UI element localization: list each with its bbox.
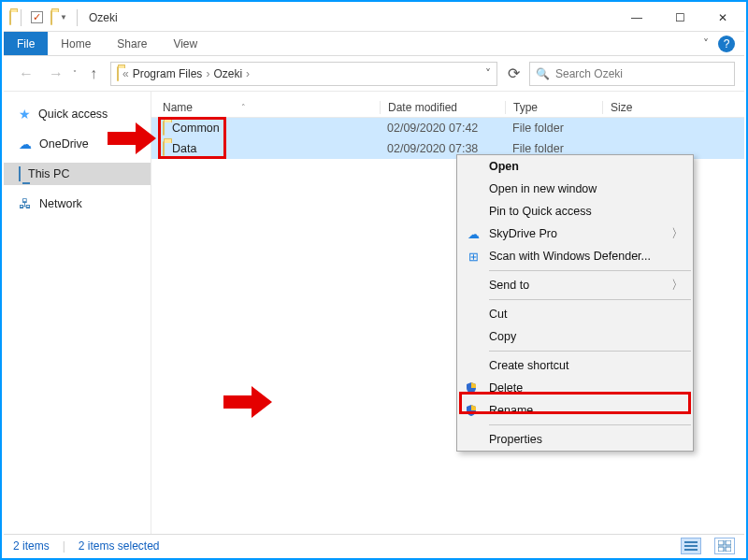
ctx-separator [489, 270, 691, 271]
monitor-icon [19, 167, 21, 180]
svg-rect-6 [726, 547, 731, 552]
shield-icon [465, 404, 478, 417]
ribbon-expand-icon[interactable]: ˅ [703, 37, 709, 50]
file-type: File folder [505, 142, 602, 155]
status-selected-count: 2 items selected [79, 539, 160, 553]
folder-icon [163, 142, 165, 155]
ctx-pin-quickaccess[interactable]: Pin to Quick access [457, 200, 693, 223]
maximize-button[interactable]: ☐ [658, 4, 701, 32]
qat-properties-icon[interactable]: ✓ [31, 11, 43, 23]
tab-home[interactable]: Home [48, 32, 104, 55]
status-bar: 2 items | 2 items selected [4, 534, 744, 556]
qat-customize-icon[interactable]: ▼ [60, 13, 67, 22]
file-type: File folder [505, 122, 602, 135]
column-label: Name [163, 101, 193, 114]
cloud-icon: ☁ [465, 225, 482, 242]
ctx-cut[interactable]: Cut [457, 303, 693, 325]
close-button[interactable]: ✕ [701, 4, 744, 32]
ctx-label: Rename [489, 404, 533, 417]
minimize-button[interactable]: — [615, 4, 658, 32]
qat-separator [21, 9, 22, 26]
chevron-right-icon: 〉 [671, 278, 683, 294]
search-icon: 🔍 [536, 67, 550, 80]
breadcrumb-item[interactable]: Ozeki [213, 67, 242, 80]
cloud-icon: ☁ [19, 136, 32, 151]
ctx-label: Send to [489, 279, 529, 292]
svg-rect-1 [684, 545, 698, 547]
qat-separator-2 [77, 9, 78, 26]
address-bar-row: ← → ˅ ↑ « Program Files › Ozeki › ˅ ⟳ 🔍 … [4, 56, 744, 92]
address-dropdown-icon[interactable]: ˅ [485, 67, 491, 80]
file-list: Name ˄ Date modified Type Size Common 02… [151, 92, 744, 534]
tab-view[interactable]: View [160, 32, 210, 55]
ctx-separator [489, 299, 691, 300]
ctx-separator [489, 424, 691, 425]
drive-icon [117, 67, 119, 80]
breadcrumb-item[interactable]: Program Files [133, 67, 203, 80]
table-row[interactable]: Common 02/09/2020 07:42 File folder [151, 118, 744, 138]
folder-icon [163, 122, 165, 135]
ctx-separator [489, 351, 691, 352]
sidebar-item-label: Quick access [38, 108, 108, 121]
window-title: Ozeki [89, 11, 118, 24]
svg-rect-0 [684, 541, 698, 543]
column-name[interactable]: Name ˄ [151, 101, 380, 114]
column-date[interactable]: Date modified [380, 101, 505, 114]
folder-appicon [9, 11, 11, 24]
svg-rect-5 [718, 547, 724, 552]
column-size[interactable]: Size [602, 101, 744, 114]
chevron-right-icon[interactable]: › [246, 67, 250, 80]
explorer-window: ✓ ▼ Ozeki — ☐ ✕ File Home Share View ˅ ? [4, 4, 744, 556]
ctx-properties[interactable]: Properties [457, 428, 693, 451]
sidebar-item-label: This PC [28, 167, 69, 180]
column-headers: Name ˄ Date modified Type Size [151, 92, 744, 118]
large-icons-icon [718, 540, 731, 552]
ctx-send-to[interactable]: Send to 〉 [457, 274, 693, 296]
tab-share[interactable]: Share [104, 32, 160, 55]
ctx-skydrive-pro[interactable]: ☁ SkyDrive Pro 〉 [457, 223, 693, 245]
up-button[interactable]: ↑ [80, 61, 107, 87]
details-view-icon [684, 541, 698, 551]
ctx-label: Delete [489, 381, 523, 395]
search-placeholder: Search Ozeki [555, 67, 623, 80]
file-date: 02/09/2020 07:42 [380, 122, 505, 135]
search-input[interactable]: 🔍 Search Ozeki [529, 62, 735, 86]
sidebar-item-network[interactable]: 🖧 Network [4, 193, 151, 215]
details-view-button[interactable] [681, 538, 701, 554]
ctx-scan-defender[interactable]: ⊞ Scan with Windows Defender... [457, 245, 693, 267]
recent-locations-icon[interactable]: ˅ [73, 69, 77, 78]
breadcrumb-root-icon[interactable]: « [122, 67, 129, 80]
shield-icon [465, 381, 478, 395]
sidebar-item-thispc[interactable]: This PC [4, 163, 151, 185]
help-icon[interactable]: ? [718, 36, 735, 52]
ctx-rename[interactable]: Rename [457, 399, 693, 422]
address-bar[interactable]: « Program Files › Ozeki › ˅ [110, 62, 497, 86]
back-button[interactable]: ← [13, 61, 39, 87]
svg-rect-3 [718, 540, 724, 545]
svg-rect-2 [684, 549, 698, 551]
file-tab[interactable]: File [4, 32, 48, 55]
ctx-label: SkyDrive Pro [489, 227, 557, 240]
sidebar-item-label: Network [39, 197, 82, 210]
chevron-right-icon[interactable]: › [206, 67, 209, 80]
refresh-button[interactable]: ⟳ [501, 62, 525, 86]
qat-newfolder-icon[interactable] [50, 11, 52, 24]
ctx-create-shortcut[interactable]: Create shortcut [457, 354, 693, 377]
sidebar-item-label: OneDrive [39, 137, 89, 151]
column-type[interactable]: Type [505, 101, 602, 114]
navigation-pane: ★ Quick access ☁ OneDrive This PC 🖧 Netw… [4, 92, 151, 534]
ctx-open[interactable]: Open [457, 155, 693, 178]
defender-icon: ⊞ [465, 248, 482, 265]
network-icon: 🖧 [19, 196, 32, 211]
large-icons-view-button[interactable] [714, 538, 735, 554]
ctx-open-new-window[interactable]: Open in new window [457, 178, 693, 200]
sort-asc-icon: ˄ [241, 103, 246, 112]
ctx-delete[interactable]: Delete [457, 377, 693, 399]
annotation-arrow-icon [108, 122, 158, 154]
file-date: 02/09/2020 07:38 [380, 142, 505, 155]
file-name: Common [172, 122, 220, 135]
status-item-count: 2 items [13, 539, 50, 553]
forward-button[interactable]: → [43, 61, 69, 87]
ctx-copy[interactable]: Copy [457, 325, 693, 348]
svg-rect-4 [726, 540, 731, 545]
